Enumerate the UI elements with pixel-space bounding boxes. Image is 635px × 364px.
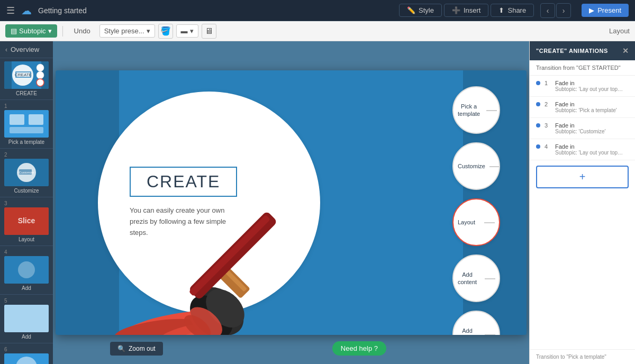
slide-label-3: Layout — [4, 236, 49, 242]
bullet-icon-2 — [536, 102, 540, 106]
add-animation-button[interactable]: + — [536, 166, 629, 188]
slide-thumb-5[interactable]: 5 Add — [0, 295, 53, 343]
slide-label-5: Add — [4, 334, 49, 340]
slide[interactable]: CREATE You can easily create your own pr… — [56, 70, 527, 335]
slide-thumbnail-create: CREATE — [4, 61, 49, 89]
toolbar: ▤ Subtopic ▾ Undo Style prese... ▾ 🪣 ▬ ▾… — [0, 21, 635, 41]
topbar: ☰ ☁ Getting started ✏️ Style ➕ Insert ⬆ … — [0, 0, 635, 21]
sidebar-back-icon[interactable]: ‹ — [5, 46, 7, 53]
slide-thumbnail-2: Customize — [4, 159, 49, 186]
circle-add-content-2[interactable]: Addcontent — [452, 311, 500, 335]
slide-num-3: 3 — [4, 201, 49, 206]
right-panel-title: "CREATE" ANIMATIONS — [536, 48, 608, 54]
svg-rect-12 — [10, 127, 43, 133]
monitor-icon-button[interactable]: 🖥 — [202, 24, 216, 39]
item-title-2: Fade in — [555, 101, 629, 107]
zoom-out-button[interactable]: 🔍 Zoom out — [110, 342, 163, 356]
sidebar: ‹ Overview CREATE CREATE — [0, 41, 53, 364]
slide-thumbnail-5 — [4, 305, 49, 332]
dropdown-arrow-icon: ▾ — [48, 27, 52, 35]
toolbar-separator — [62, 26, 63, 37]
slide-label-create: CREATE — [4, 90, 49, 96]
item-num-3: 3 — [545, 122, 551, 129]
sidebar-overview-label: Overview — [11, 46, 39, 53]
sidebar-header: ‹ Overview — [0, 41, 53, 58]
circle-pick-template[interactable]: Pick atemplate — [452, 86, 500, 134]
undo-button[interactable]: Undo — [68, 24, 96, 38]
top-nav: ✏️ Style ➕ Insert ⬆ Share — [399, 4, 534, 17]
bullet-icon-3 — [536, 123, 540, 128]
menu-icon[interactable]: ☰ — [6, 5, 15, 16]
svg-rect-22 — [4, 305, 49, 332]
svg-point-6 — [37, 64, 44, 71]
svg-point-7 — [37, 71, 44, 79]
subtopic-button[interactable]: ▤ Subtopic ▾ — [5, 24, 57, 38]
item-title-3: Fade in — [555, 122, 629, 129]
item-title-1: Fade in — [555, 80, 629, 86]
fill-icon-button[interactable]: 🪣 — [158, 24, 173, 39]
slide-thumb-6[interactable]: 6 Add — [0, 343, 53, 364]
nav-next-button[interactable]: › — [556, 3, 571, 18]
slide-thumbnail-4 — [4, 256, 49, 284]
zoom-icon: 🔍 — [117, 345, 125, 352]
dropdown-chevron-icon: ▾ — [147, 27, 150, 35]
slide-label-4: Add — [4, 285, 49, 291]
slide-thumbnail-3: Slice — [4, 207, 49, 235]
app-title: Getting started — [38, 6, 393, 15]
slide-num-2: 2 — [4, 152, 49, 158]
style-nav-button[interactable]: ✏️ Style — [399, 4, 442, 17]
line-icon: ▬ — [181, 27, 188, 35]
insert-nav-button[interactable]: ➕ Insert — [444, 4, 489, 17]
nav-prev-button[interactable]: ‹ — [540, 3, 555, 18]
cloud-icon: ☁ — [21, 4, 32, 17]
svg-rect-11 — [29, 114, 43, 125]
svg-text:CREATE: CREATE — [15, 72, 32, 77]
transition-to-label: Transition to "Pick a template" — [530, 349, 635, 364]
help-button[interactable]: Need help ? — [332, 341, 386, 356]
slide-thumbnail-6 — [4, 353, 49, 364]
side-circles: Pick atemplate Customize Layout Addconte… — [452, 86, 500, 335]
line-style-dropdown[interactable]: ▬ ▾ — [176, 24, 198, 38]
item-num-1: 1 — [545, 80, 551, 86]
animation-item-4: 4 Fade in Subtopic: 'Lay out your topi..… — [530, 139, 635, 160]
brush-image — [108, 166, 331, 335]
right-panel-close-icon[interactable]: ✕ — [622, 47, 629, 55]
right-panel-header: "CREATE" ANIMATIONS ✕ — [530, 41, 635, 60]
slide-thumb-create[interactable]: CREATE CREATE — [0, 58, 53, 100]
dropdown-chevron-icon: ▾ — [190, 27, 194, 35]
slide-num-4: 4 — [4, 249, 49, 255]
item-sub-1: Subtopic: 'Lay out your topi...' — [555, 86, 624, 92]
item-sub-3: Subtopic: 'Customize' — [555, 129, 624, 134]
circle-customize[interactable]: Customize — [452, 142, 500, 190]
present-button[interactable]: ▶ Present — [582, 4, 629, 17]
circle-layout[interactable]: Layout — [452, 198, 500, 246]
item-sub-2: Subtopic: 'Pick a template' — [555, 107, 624, 113]
canvas-area[interactable]: CREATE You can easily create your own pr… — [53, 41, 529, 364]
main-area: ‹ Overview CREATE CREATE — [0, 41, 635, 364]
slide-thumb-3[interactable]: 3 Slice Layout — [0, 197, 53, 246]
subtopic-icon: ▤ — [11, 27, 17, 35]
share-icon: ⬆ — [498, 6, 504, 14]
animation-item-2: 2 Fade in Subtopic: 'Pick a template' — [530, 97, 635, 118]
slide-label-1: Pick a template — [4, 139, 49, 145]
svg-point-21 — [18, 261, 35, 278]
item-title-4: Fade in — [555, 143, 629, 150]
share-nav-button[interactable]: ⬆ Share — [491, 4, 534, 17]
circle-add-content-1[interactable]: Addcontent — [452, 254, 500, 302]
slide-thumb-1[interactable]: 1 Pick a template — [0, 100, 53, 149]
animation-item-1: 1 Fade in Subtopic: 'Lay out your topi..… — [530, 76, 635, 97]
nav-arrows: ‹ › — [540, 3, 571, 18]
animation-item-3: 3 Fade in Subtopic: 'Customize' — [530, 118, 635, 139]
item-num-2: 2 — [545, 101, 551, 107]
slide-thumb-2[interactable]: 2 Customize Customize — [0, 149, 53, 197]
svg-point-8 — [37, 79, 44, 86]
item-sub-4: Subtopic: 'Lay out your topi...' — [555, 150, 624, 156]
svg-rect-10 — [10, 114, 24, 125]
item-num-4: 4 — [545, 143, 551, 150]
play-icon: ▶ — [589, 6, 594, 14]
svg-text:Slice: Slice — [18, 216, 35, 225]
slide-thumb-4[interactable]: 4 Add — [0, 246, 53, 295]
insert-icon: ➕ — [452, 6, 460, 14]
style-preset-dropdown[interactable]: Style prese... ▾ — [99, 24, 155, 38]
bullet-icon-4 — [536, 144, 540, 149]
